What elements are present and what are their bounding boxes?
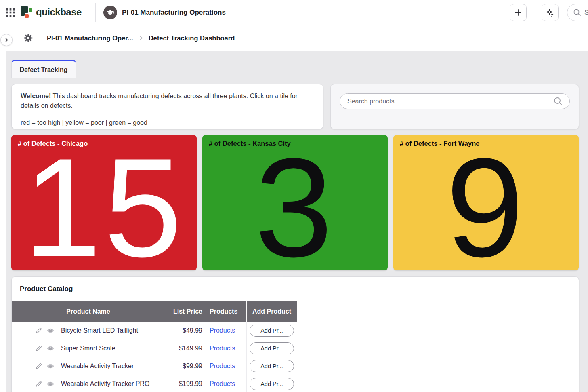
app-title: PI-01 Manufacturing Operations xyxy=(122,8,226,17)
view-record-icon[interactable] xyxy=(46,346,55,351)
products-link[interactable]: Products xyxy=(210,345,235,352)
grid-icon xyxy=(5,7,16,18)
edit-record-icon[interactable] xyxy=(35,380,42,388)
sparkles-icon xyxy=(545,8,555,17)
welcome-body: This dashboard tracks manufacturing defe… xyxy=(21,93,298,109)
add-product-button[interactable]: Add Pr... xyxy=(250,342,294,354)
view-record-icon[interactable] xyxy=(46,328,55,333)
table-row: Wearable Activity Tracker PRO $199.99 Pr… xyxy=(12,375,297,392)
global-search-input[interactable] xyxy=(584,9,588,16)
column-header-products: Products xyxy=(206,301,247,322)
search-icon xyxy=(553,97,563,106)
tile-defects-kansas-city[interactable]: # of Defects - Kansas City 3 xyxy=(202,135,388,270)
top-header: quickbase PI-01 Manufacturing Operations xyxy=(0,0,588,25)
color-legend: red = too high | yellow = poor | green =… xyxy=(21,118,314,128)
quickbase-logo-mark xyxy=(21,6,32,18)
table-row: Super Smart Scale $149.99 Products Add P… xyxy=(12,339,297,357)
create-new-button[interactable] xyxy=(510,4,527,21)
welcome-panel: Welcome! This dashboard tracks manufactu… xyxy=(11,84,323,129)
view-record-icon[interactable] xyxy=(46,363,55,369)
table-body: Bicycle Smart LED Taillight $49.99 Produ… xyxy=(12,322,297,392)
edit-record-icon[interactable] xyxy=(35,362,42,370)
product-table: Product Name List Price Products Add Pro… xyxy=(12,301,297,392)
product-catalog-panel: Product Catalog Product Name List Price … xyxy=(11,276,579,392)
sidebar-expand-button[interactable] xyxy=(0,34,13,46)
add-product-button[interactable]: Add Pr... xyxy=(250,325,294,337)
product-name: Super Smart Scale xyxy=(61,345,115,352)
quickbase-wordmark: quickbase xyxy=(36,6,82,18)
table-header-row: Product Name List Price Products Add Pro… xyxy=(12,301,297,322)
list-price: $149.99 xyxy=(165,339,206,357)
products-link[interactable]: Products xyxy=(210,380,235,388)
edit-record-icon[interactable] xyxy=(35,345,42,352)
header-divider xyxy=(95,3,96,22)
product-search-field[interactable] xyxy=(340,93,570,109)
ai-assistant-button[interactable] xyxy=(542,4,559,21)
list-price: $199.99 xyxy=(165,375,206,392)
product-name: Wearable Activity Tracker PRO xyxy=(61,380,149,388)
table-row: Bicycle Smart LED Taillight $49.99 Produ… xyxy=(12,322,297,339)
breadcrumb-page-label: Defect Tracking Dashboard xyxy=(149,34,235,42)
global-search-field[interactable] xyxy=(567,4,588,21)
list-price: $99.99 xyxy=(165,357,206,375)
column-header-product-name: Product Name xyxy=(12,301,165,322)
products-link[interactable]: Products xyxy=(210,327,235,334)
breadcrumb-app-link[interactable]: PI-01 Manufacturing Oper... xyxy=(47,34,133,42)
tile-defects-fort-wayne[interactable]: # of Defects - Fort Wayne 9 xyxy=(393,135,579,270)
current-app-chip[interactable]: PI-01 Manufacturing Operations xyxy=(103,6,226,19)
product-name: Wearable Activity Tracker xyxy=(61,362,134,370)
welcome-title: Welcome! xyxy=(21,93,51,99)
graduation-cap-icon xyxy=(106,8,115,17)
column-header-add-product: Add Product xyxy=(247,301,297,322)
add-product-button[interactable]: Add Pr... xyxy=(250,378,294,390)
breadcrumb: PI-01 Manufacturing Oper... Defect Track… xyxy=(47,25,235,51)
view-record-icon[interactable] xyxy=(46,381,55,387)
search-icon xyxy=(573,8,581,17)
app-launcher-grid-icon[interactable] xyxy=(5,7,16,18)
header-divider xyxy=(534,7,534,18)
app-avatar xyxy=(103,6,117,19)
quickbase-logo[interactable]: quickbase xyxy=(21,6,82,18)
catalog-title: Product Catalog xyxy=(20,285,73,293)
tile-defects-chicago[interactable]: # of Defects - Chicago 15 xyxy=(11,135,197,270)
left-rail xyxy=(0,51,6,392)
breadcrumb-bar: PI-01 Manufacturing Oper... Defect Track… xyxy=(0,25,588,51)
settings-button[interactable] xyxy=(23,33,33,43)
edit-record-icon[interactable] xyxy=(35,327,42,334)
add-product-button[interactable]: Add Pr... xyxy=(250,360,294,372)
chevron-right-icon xyxy=(4,37,9,43)
tab-defect-tracking[interactable]: Defect Tracking xyxy=(11,60,76,78)
breadcrumb-divider xyxy=(18,30,18,46)
list-price: $49.99 xyxy=(165,322,206,339)
column-header-list-price: List Price xyxy=(165,301,206,322)
search-products-panel xyxy=(330,84,579,129)
tile-value: 9 xyxy=(393,145,579,270)
tile-value: 15 xyxy=(11,145,197,270)
chevron-right-icon xyxy=(137,34,145,42)
table-row: Wearable Activity Tracker $99.99 Product… xyxy=(12,357,297,375)
product-name: Bicycle Smart LED Taillight xyxy=(61,327,138,334)
products-link[interactable]: Products xyxy=(210,362,235,370)
welcome-text: Welcome! This dashboard tracks manufactu… xyxy=(21,91,314,111)
tile-value: 3 xyxy=(202,145,388,270)
product-search-input[interactable] xyxy=(347,98,553,105)
gear-icon xyxy=(23,33,33,43)
plus-icon xyxy=(514,8,523,17)
